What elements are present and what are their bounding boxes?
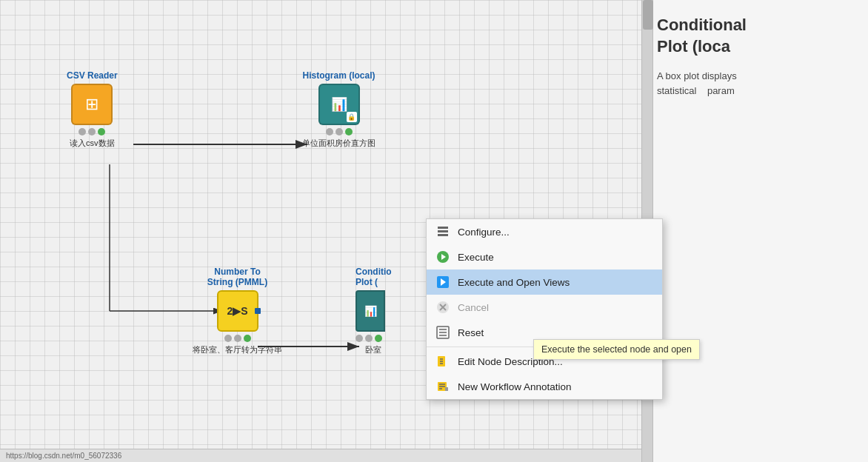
- number-to-string-sublabel: 将卧室、客厅转为字符串: [193, 344, 282, 355]
- right-panel-description: A box plot displaysstatistical param: [657, 69, 856, 98]
- number-to-string-box[interactable]: 2▶S: [217, 290, 258, 332]
- reset-label: Reset: [458, 327, 484, 338]
- number-to-string-icon: 2▶S: [227, 305, 247, 317]
- dot-3: [98, 128, 105, 135]
- conditional-plot-label: ConditioPlot (: [355, 267, 392, 287]
- menu-item-execute[interactable]: Execute: [427, 244, 662, 270]
- menu-item-configure[interactable]: Configure...: [427, 219, 662, 244]
- dot-1: [79, 128, 86, 135]
- right-panel: ConditionalPlot (loca A box plot display…: [644, 0, 868, 462]
- histogram-box[interactable]: 📊 🔒: [318, 84, 360, 125]
- conditional-plot-box[interactable]: 📊: [355, 290, 385, 332]
- menu-item-execute-open-views[interactable]: Execute and Open Views: [427, 270, 662, 295]
- edit-icon: [435, 354, 450, 369]
- csv-reader-dots: [79, 128, 105, 135]
- output-port: [255, 308, 261, 314]
- histogram-sublabel: 单位面积房价直方图: [302, 138, 375, 149]
- execute-icon: [435, 250, 450, 264]
- number-to-string-node[interactable]: Number ToString (PMML) 2▶S 将卧室、客厅转为字符串: [193, 267, 282, 355]
- status-url: https://blog.csdn.net/m0_56072336: [6, 452, 121, 460]
- conditional-plot-icon: 📊: [364, 305, 377, 317]
- csv-reader-icon: ⊞: [85, 95, 99, 114]
- csv-reader-label: CSV Reader: [67, 70, 118, 81]
- reset-icon: [435, 325, 450, 340]
- lock-badge: 🔒: [347, 112, 357, 122]
- dot-2: [88, 128, 96, 135]
- svg-rect-5: [438, 227, 448, 229]
- dot-3: [345, 128, 353, 135]
- new-workflow-annotation-label: New Workflow Annotation: [458, 381, 572, 392]
- dot-2: [365, 335, 373, 342]
- annotation-icon: [435, 379, 450, 394]
- csv-reader-sublabel: 读入csv数据: [70, 138, 115, 149]
- conditional-sublabel: 卧室: [355, 344, 392, 355]
- dot-1: [326, 128, 333, 135]
- svg-rect-6: [438, 230, 448, 232]
- dot-3: [244, 335, 251, 342]
- right-panel-title: ConditionalPlot (loca: [657, 15, 856, 57]
- tooltip-execute-views: Execute the selected node and open: [533, 339, 700, 360]
- configure-icon: [435, 224, 450, 239]
- histogram-node[interactable]: Histogram (local) 📊 🔒 单位面积房价直方图: [302, 70, 375, 149]
- csv-reader-box[interactable]: ⊞: [71, 84, 113, 125]
- dot-3: [375, 335, 382, 342]
- conditional-plot-dots: [355, 335, 392, 342]
- histogram-label: Histogram (local): [302, 70, 375, 81]
- dot-1: [224, 335, 232, 342]
- dot-2: [234, 335, 241, 342]
- tooltip-text: Execute the selected node and open: [541, 344, 692, 355]
- execute-label: Execute: [458, 252, 494, 263]
- cancel-icon: [435, 300, 450, 315]
- histogram-icon: 📊: [331, 96, 347, 113]
- svg-rect-27: [445, 387, 448, 391]
- cancel-label: Cancel: [458, 302, 489, 313]
- number-to-string-label: Number ToString (PMML): [207, 267, 267, 287]
- execute-views-icon: [435, 275, 450, 289]
- conditional-plot-node[interactable]: ConditioPlot ( 📊 卧室: [355, 267, 392, 355]
- svg-rect-7: [438, 234, 448, 236]
- status-bar: https://blog.csdn.net/m0_56072336: [0, 449, 644, 462]
- dot-2: [335, 128, 343, 135]
- histogram-dots: [326, 128, 353, 135]
- dot-1: [355, 335, 363, 342]
- number-to-string-dots: [224, 335, 251, 342]
- execute-open-views-label: Execute and Open Views: [458, 277, 570, 288]
- csv-reader-node[interactable]: CSV Reader ⊞ 读入csv数据: [67, 70, 118, 149]
- configure-label: Configure...: [458, 227, 510, 238]
- scrollbar-thumb[interactable]: [643, 0, 653, 30]
- menu-item-cancel[interactable]: Cancel: [427, 295, 662, 320]
- menu-item-new-workflow-annotation[interactable]: New Workflow Annotation: [427, 374, 662, 399]
- context-menu: Configure... Execute Execute and Open Vi…: [426, 218, 663, 400]
